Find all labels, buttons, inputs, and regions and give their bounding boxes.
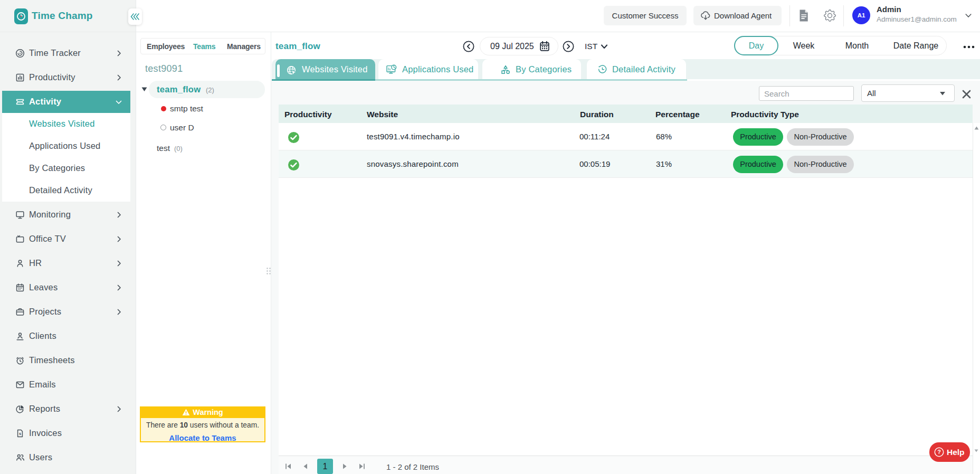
svg-text:?: ?: [937, 449, 941, 455]
svg-text:s: s: [19, 431, 21, 436]
